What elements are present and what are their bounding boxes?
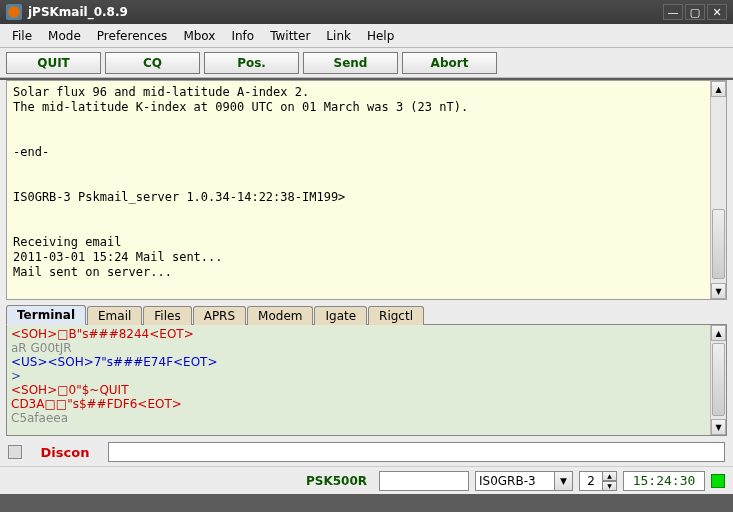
connection-status: Discon — [30, 445, 100, 460]
scroll-thumb[interactable] — [712, 343, 725, 416]
mode-label: PSK500R — [300, 474, 373, 488]
spinner-input[interactable] — [579, 471, 603, 491]
clock: 15:24:30 — [623, 471, 705, 491]
main-area: Solar flux 96 and mid-latitude A-index 2… — [0, 80, 733, 494]
scroll-up-icon[interactable]: ▲ — [711, 81, 726, 97]
status-indicator — [711, 474, 725, 488]
tab-aprs[interactable]: APRS — [193, 306, 246, 325]
tab-igate[interactable]: Igate — [314, 306, 367, 325]
tab-modem[interactable]: Modem — [247, 306, 313, 325]
spinner[interactable]: ▲ ▼ — [579, 471, 617, 491]
menu-file[interactable]: File — [4, 27, 40, 45]
command-input[interactable] — [108, 442, 725, 462]
window-close-button[interactable]: ✕ — [707, 4, 727, 20]
log-panel: Solar flux 96 and mid-latitude A-index 2… — [6, 80, 727, 300]
window-title: jPSKmail_0.8.9 — [28, 5, 661, 19]
spinner-up-icon[interactable]: ▲ — [603, 471, 617, 481]
tab-email[interactable]: Email — [87, 306, 142, 325]
terminal-text[interactable]: <SOH>□B"s###8244<EOT>aR G00tJR<US><SOH>7… — [7, 325, 710, 435]
scroll-up-icon[interactable]: ▲ — [711, 325, 726, 341]
menu-info[interactable]: Info — [223, 27, 262, 45]
menu-mode[interactable]: Mode — [40, 27, 89, 45]
menu-mbox[interactable]: Mbox — [175, 27, 223, 45]
cq-button[interactable]: CQ — [105, 52, 200, 74]
callsign-input[interactable] — [475, 471, 555, 491]
scroll-down-icon[interactable]: ▼ — [711, 419, 726, 435]
window-minimize-button[interactable]: — — [663, 4, 683, 20]
terminal-line: CD3A□□"s$##FDF6<EOT> — [11, 397, 706, 411]
menu-preferences[interactable]: Preferences — [89, 27, 176, 45]
titlebar: jPSKmail_0.8.9 — ▢ ✕ — [0, 0, 733, 24]
chevron-down-icon[interactable]: ▼ — [555, 471, 573, 491]
scroll-track[interactable] — [711, 97, 726, 283]
menu-link[interactable]: Link — [318, 27, 359, 45]
terminal-line: aR G00tJR — [11, 341, 706, 355]
tabbar: TerminalEmailFilesAPRSModemIgateRigctl — [0, 302, 733, 324]
terminal-line: <SOH>□B"s###8244<EOT> — [11, 327, 706, 341]
freq-input[interactable] — [379, 471, 469, 491]
terminal-line: <US><SOH>7"s###E74F<EOT> — [11, 355, 706, 369]
scroll-thumb[interactable] — [712, 209, 725, 280]
java-icon — [6, 4, 22, 20]
pos-button[interactable]: Pos. — [204, 52, 299, 74]
spinner-down-icon[interactable]: ▼ — [603, 481, 617, 491]
scroll-down-icon[interactable]: ▼ — [711, 283, 726, 299]
tab-terminal[interactable]: Terminal — [6, 305, 86, 325]
status-row: Discon — [0, 438, 733, 466]
tab-files[interactable]: Files — [143, 306, 191, 325]
send-button[interactable]: Send — [303, 52, 398, 74]
status-checkbox[interactable] — [8, 445, 22, 459]
menubar: FileModePreferencesMboxInfoTwitterLinkHe… — [0, 24, 733, 48]
log-text[interactable]: Solar flux 96 and mid-latitude A-index 2… — [7, 81, 710, 299]
terminal-line: C5afaeea — [11, 411, 706, 425]
terminal-line: <SOH>□0"$~QUIT — [11, 383, 706, 397]
log-scrollbar[interactable]: ▲ ▼ — [710, 81, 726, 299]
window-maximize-button[interactable]: ▢ — [685, 4, 705, 20]
menu-twitter[interactable]: Twitter — [262, 27, 318, 45]
menu-help[interactable]: Help — [359, 27, 402, 45]
terminal-panel: <SOH>□B"s###8244<EOT>aR G00tJR<US><SOH>7… — [6, 324, 727, 436]
toolbar: QUIT CQ Pos. Send Abort — [0, 48, 733, 78]
abort-button[interactable]: Abort — [402, 52, 497, 74]
quit-button[interactable]: QUIT — [6, 52, 101, 74]
callsign-combo[interactable]: ▼ — [475, 471, 573, 491]
bottom-bar: PSK500R ▼ ▲ ▼ 15:24:30 — [0, 466, 733, 494]
terminal-line: > — [11, 369, 706, 383]
scroll-track[interactable] — [711, 341, 726, 419]
tab-rigctl[interactable]: Rigctl — [368, 306, 424, 325]
terminal-scrollbar[interactable]: ▲ ▼ — [710, 325, 726, 435]
